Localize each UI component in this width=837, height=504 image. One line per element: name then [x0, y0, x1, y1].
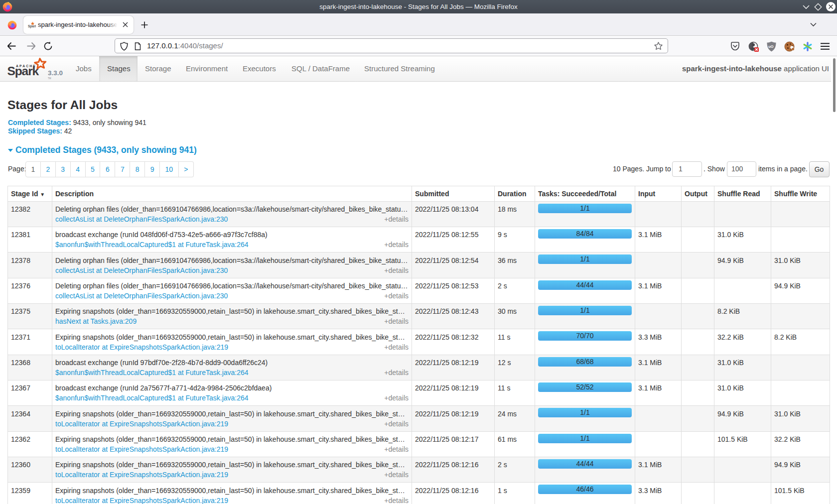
svg-text:uO: uO [768, 44, 774, 49]
svg-text:Spark: Spark [28, 24, 36, 28]
svg-text:Spark: Spark [7, 64, 39, 78]
